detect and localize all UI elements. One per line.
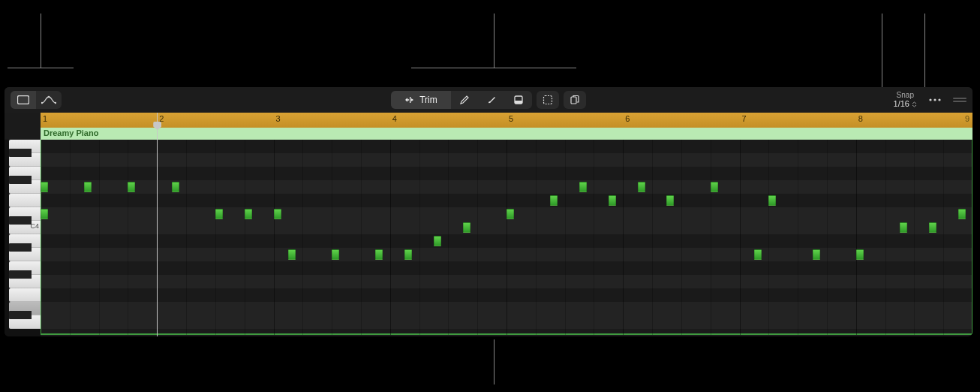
copy-icon — [570, 95, 580, 105]
beat-line — [565, 140, 566, 335]
right-toolbar: Snap 1/16 — [894, 91, 966, 108]
playhead[interactable] — [157, 113, 158, 336]
midi-note[interactable] — [638, 182, 645, 192]
midi-note[interactable] — [900, 222, 907, 233]
region-name-label: Dreamy Piano — [44, 128, 98, 137]
beat-line — [128, 140, 128, 335]
beat-line — [681, 140, 682, 335]
black-key[interactable] — [9, 243, 32, 252]
midi-note[interactable] — [274, 209, 281, 219]
snap-popup-button[interactable]: Snap 1/16 — [894, 91, 917, 108]
midi-note[interactable] — [813, 249, 820, 260]
midi-note[interactable] — [41, 182, 48, 192]
beat-line — [361, 140, 362, 335]
beat-line — [652, 140, 653, 335]
bar-line — [274, 140, 275, 335]
more-horizontal-icon — [928, 98, 942, 102]
beat-line — [536, 140, 537, 335]
svg-rect-6 — [515, 101, 522, 104]
automation-view-button[interactable] — [36, 91, 62, 109]
ruler-bar-label: 4 — [392, 114, 397, 123]
beat-line — [914, 140, 915, 335]
brush-tool-button[interactable] — [478, 91, 505, 109]
piano-roll-editor: Trim — [5, 87, 972, 336]
snap-label: Snap — [897, 91, 914, 99]
svg-point-9 — [929, 98, 931, 101]
midi-note[interactable] — [215, 209, 223, 219]
midi-note[interactable] — [288, 249, 296, 260]
selection-tools — [537, 91, 586, 109]
midi-note[interactable] — [711, 182, 718, 192]
midi-note[interactable] — [958, 209, 966, 219]
midi-note[interactable] — [579, 182, 587, 192]
beat-line — [885, 140, 886, 335]
beat-line — [215, 140, 216, 335]
beat-line — [711, 140, 711, 335]
black-key[interactable] — [9, 216, 32, 225]
black-key[interactable] — [9, 270, 32, 279]
beat-line — [943, 140, 944, 335]
selection-icon — [543, 95, 553, 105]
copy-tool-button[interactable] — [564, 91, 586, 109]
velocity-icon — [514, 95, 523, 104]
piano-roll-view-button[interactable] — [11, 91, 36, 109]
region-header[interactable]: Dreamy Piano — [41, 128, 972, 140]
midi-note[interactable] — [41, 209, 48, 219]
midi-note[interactable] — [128, 182, 135, 192]
trim-tool-button[interactable]: Trim — [391, 91, 451, 109]
ruler-bar-label: 7 — [742, 114, 747, 123]
beat-line — [302, 140, 303, 335]
midi-note[interactable] — [463, 222, 470, 233]
midi-note[interactable] — [754, 249, 762, 260]
callout-line — [924, 14, 925, 87]
midi-note[interactable] — [609, 195, 616, 206]
beat-line — [245, 140, 245, 335]
svg-point-10 — [933, 98, 936, 101]
midi-note[interactable] — [434, 236, 441, 246]
midi-note[interactable] — [404, 249, 412, 260]
callout-line — [411, 68, 576, 68]
note-grid[interactable] — [41, 140, 972, 335]
midi-note[interactable] — [929, 222, 936, 233]
midi-note[interactable] — [84, 182, 92, 192]
piano-keyboard[interactable]: C4 — [5, 140, 41, 336]
midi-note[interactable] — [768, 195, 776, 206]
more-menu-button[interactable] — [924, 92, 945, 107]
velocity-tool-button[interactable] — [505, 91, 532, 109]
automation-curve-icon — [41, 95, 56, 104]
svg-rect-0 — [18, 96, 29, 104]
midi-note[interactable] — [666, 195, 674, 206]
pencil-tool-button[interactable] — [451, 91, 478, 109]
view-mode-segment — [11, 91, 62, 109]
white-key[interactable] — [9, 194, 41, 207]
beat-line — [448, 140, 449, 335]
beat-line — [332, 140, 332, 335]
midi-note[interactable] — [172, 182, 179, 192]
midi-note[interactable] — [375, 249, 383, 260]
midi-note[interactable] — [550, 195, 558, 206]
black-key[interactable] — [9, 176, 32, 184]
piano-roll-icon — [17, 95, 29, 104]
bar-ruler[interactable]: 9 12345678 — [41, 113, 972, 128]
callout-line — [494, 339, 495, 384]
black-key[interactable] — [9, 149, 32, 157]
bar-line — [41, 140, 41, 335]
bar-line — [390, 140, 391, 335]
beat-line — [70, 140, 71, 335]
select-tool-button[interactable] — [537, 91, 559, 109]
callout-line — [882, 14, 882, 87]
callout-line — [41, 14, 41, 68]
snap-value: 1/16 — [894, 99, 909, 108]
svg-rect-7 — [544, 96, 552, 104]
midi-note[interactable] — [507, 209, 514, 219]
midi-note[interactable] — [245, 209, 252, 219]
midi-note[interactable] — [856, 249, 864, 260]
black-key[interactable] — [9, 311, 32, 319]
svg-rect-4 — [410, 97, 410, 103]
up-down-chevron-icon — [912, 101, 917, 107]
ruler-bar-label: 1 — [43, 114, 47, 123]
white-key[interactable] — [9, 288, 41, 302]
resize-grip[interactable] — [953, 97, 966, 103]
bar-line — [507, 140, 507, 335]
midi-note[interactable] — [332, 249, 339, 260]
